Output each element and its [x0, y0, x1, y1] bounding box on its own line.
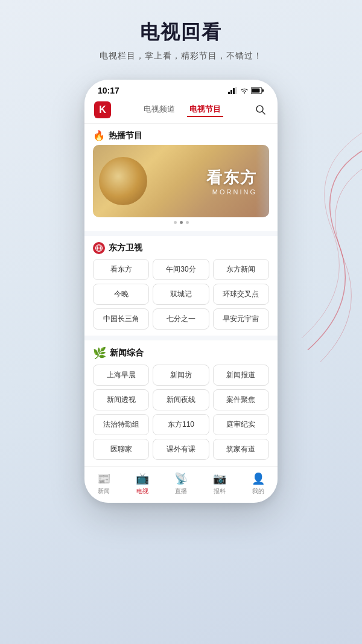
tab-tv-channel[interactable]: 电视频道 — [141, 103, 177, 117]
banner-globe-decoration — [99, 157, 147, 205]
bottom-nav: 📰 新闻 📺 电视 📡 直播 📷 报料 👤 我的 — [84, 466, 278, 503]
dot-3 — [186, 221, 189, 224]
signal-icon — [228, 87, 238, 94]
nav-label-报料: 报料 — [214, 487, 226, 496]
app-content: 🔥 热播节目 看东方 MORNING — [84, 124, 278, 466]
program-item[interactable]: 东方110 — [153, 414, 209, 435]
nav-label-我的: 我的 — [252, 487, 264, 496]
program-item[interactable]: 案件聚焦 — [213, 389, 269, 410]
decorative-curves — [290, 121, 362, 362]
fire-icon: 🔥 — [93, 130, 105, 141]
banner-title-chinese: 看东方 — [206, 167, 257, 188]
nav-label-电视: 电视 — [136, 487, 148, 496]
banner-text: 看东方 MORNING — [206, 167, 257, 196]
news-program-grid: 上海早晨新闻坊新闻报道新闻透视新闻夜线案件聚焦法治特勤组东方110庭审纪实医聊家… — [84, 365, 278, 460]
nav-label-直播: 直播 — [175, 487, 187, 496]
station-program-grid: 看东方午间30分东方新闻今晚双城记环球交叉点中国长三角七分之一早安元宇宙 — [84, 259, 278, 330]
globe-icon — [95, 244, 103, 252]
program-item[interactable]: 新闻坊 — [153, 365, 209, 386]
nav-icon-直播: 📡 — [174, 471, 188, 486]
banner-area: 看东方 MORNING — [84, 145, 278, 231]
program-item[interactable]: 东方新闻 — [213, 259, 269, 280]
page-subtitle: 电视栏目，掌上看，精彩节目，不错过！ — [100, 51, 262, 62]
tab-tv-program[interactable]: 电视节目 — [187, 103, 223, 117]
news-section-title: 新闻综合 — [110, 348, 144, 359]
svg-rect-2 — [233, 88, 235, 94]
status-time: 10:17 — [98, 86, 119, 95]
hot-section-title: 热播节目 — [109, 130, 142, 141]
nav-item-报料[interactable]: 📷 报料 — [200, 471, 239, 496]
program-item[interactable]: 今晚 — [93, 284, 149, 305]
page-title: 电视回看 — [100, 19, 262, 46]
search-button[interactable] — [253, 103, 268, 117]
news-section: 🌿 新闻综合 上海早晨新闻坊新闻报道新闻透视新闻夜线案件聚焦法治特勤组东方110… — [84, 340, 278, 466]
program-item[interactable]: 午间30分 — [153, 259, 209, 280]
nav-item-直播[interactable]: 📡 直播 — [162, 471, 200, 496]
program-item[interactable]: 新闻透视 — [93, 389, 149, 410]
program-item[interactable]: 新闻报道 — [213, 365, 269, 386]
status-icons — [228, 87, 264, 94]
program-item[interactable]: 上海早晨 — [93, 365, 149, 386]
program-item[interactable]: 看东方 — [93, 259, 149, 280]
program-item[interactable]: 早安元宇宙 — [213, 308, 269, 330]
svg-rect-5 — [252, 89, 260, 93]
wifi-icon — [240, 87, 249, 94]
news-section-icon: 🌿 — [93, 346, 106, 360]
svg-rect-6 — [262, 89, 264, 92]
banner-dots — [93, 221, 269, 224]
svg-line-8 — [262, 112, 265, 115]
banner-side-peek — [256, 145, 269, 217]
program-item[interactable]: 筑家有道 — [213, 439, 269, 460]
station-globe-icon — [93, 242, 105, 254]
program-item[interactable]: 七分之一 — [153, 308, 209, 330]
program-item[interactable]: 双城记 — [153, 284, 209, 305]
page-header: 电视回看 电视栏目，掌上看，精彩节目，不错过！ — [75, 0, 287, 74]
dot-1 — [174, 221, 177, 224]
app-logo: K — [94, 101, 111, 118]
station-section: 东方卫视 看东方午间30分东方新闻今晚双城记环球交叉点中国长三角七分之一早安元宇… — [84, 236, 278, 336]
program-item[interactable]: 环球交叉点 — [213, 284, 269, 305]
dot-2 — [180, 221, 183, 224]
banner-title-english: MORNING — [206, 188, 257, 196]
nav-item-新闻[interactable]: 📰 新闻 — [84, 471, 123, 496]
news-header: 🌿 新闻综合 — [84, 340, 278, 365]
app-header: K 电视频道 电视节目 — [84, 98, 278, 124]
nav-label-新闻: 新闻 — [98, 487, 110, 496]
nav-item-我的[interactable]: 👤 我的 — [239, 471, 278, 496]
search-icon — [255, 104, 266, 115]
nav-icon-报料: 📷 — [212, 471, 227, 486]
status-bar: 10:17 — [84, 80, 278, 98]
station-name: 东方卫视 — [109, 243, 142, 253]
program-item[interactable]: 新闻夜线 — [153, 389, 209, 410]
svg-rect-0 — [228, 92, 230, 94]
program-item[interactable]: 中国长三角 — [93, 308, 149, 330]
program-item[interactable]: 医聊家 — [93, 439, 149, 460]
nav-item-电视[interactable]: 📺 电视 — [123, 471, 162, 496]
phone-shell: 10:17 K 电视频道 — [84, 80, 278, 503]
battery-icon — [251, 87, 264, 94]
banner-image[interactable]: 看东方 MORNING — [93, 145, 269, 217]
nav-icon-我的: 👤 — [251, 471, 265, 486]
svg-rect-3 — [235, 87, 237, 94]
nav-icon-电视: 📺 — [135, 471, 150, 486]
program-item[interactable]: 课外有课 — [153, 439, 209, 460]
nav-tabs: 电视频道 电视节目 — [111, 103, 253, 117]
program-item[interactable]: 庭审纪实 — [213, 414, 269, 435]
program-item[interactable]: 法治特勤组 — [93, 414, 149, 435]
hot-section-label: 🔥 热播节目 — [84, 124, 278, 145]
station-header: 东方卫视 — [84, 236, 278, 259]
svg-rect-1 — [230, 90, 232, 94]
nav-icon-新闻: 📰 — [97, 471, 111, 486]
